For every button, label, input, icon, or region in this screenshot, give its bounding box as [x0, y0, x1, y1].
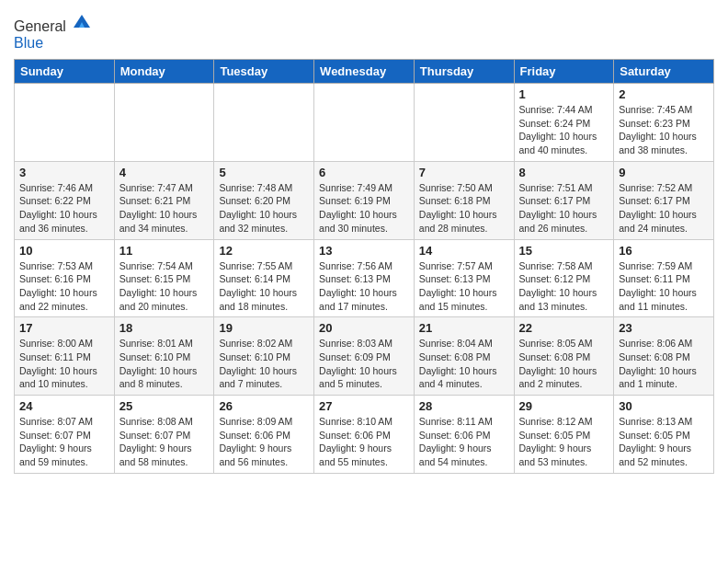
day-cell: 7Sunrise: 7:50 AMSunset: 6:18 PMDaylight…	[414, 161, 514, 239]
day-info: Sunrise: 8:07 AMSunset: 6:07 PMDaylight:…	[19, 415, 109, 469]
day-cell: 25Sunrise: 8:08 AMSunset: 6:07 PMDayligh…	[114, 396, 214, 474]
weekday-monday: Monday	[114, 60, 214, 84]
day-info: Sunrise: 8:09 AMSunset: 6:06 PMDaylight:…	[219, 415, 309, 469]
weekday-friday: Friday	[514, 60, 614, 84]
day-number: 28	[419, 399, 509, 413]
week-row-2: 3Sunrise: 7:46 AMSunset: 6:22 PMDaylight…	[15, 161, 714, 239]
day-info: Sunrise: 8:10 AMSunset: 6:06 PMDaylight:…	[319, 415, 409, 469]
day-info: Sunrise: 7:47 AMSunset: 6:21 PMDaylight:…	[119, 181, 210, 236]
day-number: 14	[419, 244, 509, 258]
day-cell: 1Sunrise: 7:44 AMSunset: 6:24 PMDaylight…	[514, 84, 614, 162]
logo-icon	[72, 11, 92, 31]
logo-blue-text: Blue	[14, 35, 43, 51]
day-info: Sunrise: 8:00 AMSunset: 6:11 PMDaylight:…	[19, 337, 109, 391]
day-cell: 30Sunrise: 8:13 AMSunset: 6:05 PMDayligh…	[614, 396, 714, 474]
weekday-thursday: Thursday	[414, 60, 514, 84]
day-cell: 19Sunrise: 8:02 AMSunset: 6:10 PMDayligh…	[214, 317, 314, 396]
day-number: 9	[619, 166, 709, 179]
day-cell: 23Sunrise: 8:06 AMSunset: 6:08 PMDayligh…	[614, 317, 714, 396]
day-info: Sunrise: 7:54 AMSunset: 6:15 PMDaylight:…	[119, 259, 210, 314]
week-row-3: 10Sunrise: 7:53 AMSunset: 6:16 PMDayligh…	[15, 239, 714, 317]
day-cell: 10Sunrise: 7:53 AMSunset: 6:16 PMDayligh…	[15, 239, 115, 317]
day-info: Sunrise: 7:51 AMSunset: 6:17 PMDaylight:…	[519, 181, 609, 236]
day-info: Sunrise: 8:13 AMSunset: 6:05 PMDaylight:…	[619, 415, 709, 469]
day-cell	[15, 84, 115, 162]
day-number: 10	[19, 244, 109, 258]
week-row-1: 1Sunrise: 7:44 AMSunset: 6:24 PMDaylight…	[15, 84, 714, 162]
day-number: 25	[119, 399, 210, 413]
logo-general-text: General	[14, 18, 66, 34]
day-cell: 3Sunrise: 7:46 AMSunset: 6:22 PMDaylight…	[15, 161, 115, 239]
day-cell: 5Sunrise: 7:48 AMSunset: 6:20 PMDaylight…	[214, 161, 314, 239]
day-number: 11	[119, 244, 210, 258]
day-cell: 17Sunrise: 8:00 AMSunset: 6:11 PMDayligh…	[15, 317, 115, 396]
day-number: 30	[619, 399, 709, 413]
day-info: Sunrise: 7:55 AMSunset: 6:14 PMDaylight:…	[219, 259, 309, 314]
calendar-table: SundayMondayTuesdayWednesdayThursdayFrid…	[14, 59, 714, 474]
day-cell: 20Sunrise: 8:03 AMSunset: 6:09 PMDayligh…	[314, 317, 415, 396]
day-cell: 21Sunrise: 8:04 AMSunset: 6:08 PMDayligh…	[414, 317, 514, 396]
day-info: Sunrise: 7:45 AMSunset: 6:23 PMDaylight:…	[619, 103, 709, 157]
day-number: 17	[19, 321, 109, 335]
day-number: 19	[219, 321, 309, 335]
day-number: 21	[419, 321, 509, 335]
day-number: 18	[119, 321, 210, 335]
day-number: 26	[219, 399, 309, 413]
logo: General Blue	[14, 13, 92, 52]
day-info: Sunrise: 7:50 AMSunset: 6:18 PMDaylight:…	[419, 181, 509, 236]
day-number: 15	[519, 244, 609, 258]
day-number: 12	[219, 244, 309, 258]
day-cell	[214, 84, 314, 162]
day-number: 3	[19, 166, 109, 179]
day-number: 7	[419, 166, 509, 179]
day-number: 13	[319, 244, 409, 258]
day-cell: 13Sunrise: 7:56 AMSunset: 6:13 PMDayligh…	[314, 239, 415, 317]
day-cell: 12Sunrise: 7:55 AMSunset: 6:14 PMDayligh…	[214, 239, 314, 317]
day-number: 24	[19, 399, 109, 413]
day-number: 6	[319, 166, 409, 179]
day-cell: 24Sunrise: 8:07 AMSunset: 6:07 PMDayligh…	[15, 396, 115, 474]
day-info: Sunrise: 8:11 AMSunset: 6:06 PMDaylight:…	[419, 415, 509, 469]
day-info: Sunrise: 8:08 AMSunset: 6:07 PMDaylight:…	[119, 415, 210, 469]
day-cell: 29Sunrise: 8:12 AMSunset: 6:05 PMDayligh…	[514, 396, 614, 474]
weekday-header-row: SundayMondayTuesdayWednesdayThursdayFrid…	[15, 60, 714, 84]
day-cell: 11Sunrise: 7:54 AMSunset: 6:15 PMDayligh…	[114, 239, 214, 317]
day-info: Sunrise: 7:49 AMSunset: 6:19 PMDaylight:…	[319, 181, 409, 236]
day-number: 5	[219, 166, 309, 179]
day-cell: 2Sunrise: 7:45 AMSunset: 6:23 PMDaylight…	[614, 84, 714, 162]
day-info: Sunrise: 8:12 AMSunset: 6:05 PMDaylight:…	[519, 415, 609, 469]
day-info: Sunrise: 8:04 AMSunset: 6:08 PMDaylight:…	[419, 337, 509, 391]
day-cell: 15Sunrise: 7:58 AMSunset: 6:12 PMDayligh…	[514, 239, 614, 317]
weekday-wednesday: Wednesday	[314, 60, 415, 84]
weekday-saturday: Saturday	[614, 60, 714, 84]
day-number: 2	[619, 87, 709, 101]
day-info: Sunrise: 8:05 AMSunset: 6:08 PMDaylight:…	[519, 337, 609, 391]
day-cell: 14Sunrise: 7:57 AMSunset: 6:13 PMDayligh…	[414, 239, 514, 317]
day-number: 4	[119, 166, 210, 179]
day-cell: 16Sunrise: 7:59 AMSunset: 6:11 PMDayligh…	[614, 239, 714, 317]
day-info: Sunrise: 8:02 AMSunset: 6:10 PMDaylight:…	[219, 337, 309, 391]
weekday-sunday: Sunday	[15, 60, 115, 84]
day-cell	[314, 84, 415, 162]
week-row-5: 24Sunrise: 8:07 AMSunset: 6:07 PMDayligh…	[15, 396, 714, 474]
day-number: 29	[519, 399, 609, 413]
day-cell: 9Sunrise: 7:52 AMSunset: 6:17 PMDaylight…	[614, 161, 714, 239]
day-cell: 28Sunrise: 8:11 AMSunset: 6:06 PMDayligh…	[414, 396, 514, 474]
day-number: 27	[319, 399, 409, 413]
day-info: Sunrise: 7:57 AMSunset: 6:13 PMDaylight:…	[419, 259, 509, 314]
day-info: Sunrise: 7:44 AMSunset: 6:24 PMDaylight:…	[519, 103, 609, 157]
day-number: 20	[319, 321, 409, 335]
day-cell	[414, 84, 514, 162]
day-info: Sunrise: 7:56 AMSunset: 6:13 PMDaylight:…	[319, 259, 409, 314]
day-info: Sunrise: 8:06 AMSunset: 6:08 PMDaylight:…	[619, 337, 709, 391]
day-info: Sunrise: 7:52 AMSunset: 6:17 PMDaylight:…	[619, 181, 709, 236]
day-number: 8	[519, 166, 609, 179]
day-info: Sunrise: 7:48 AMSunset: 6:20 PMDaylight:…	[219, 181, 309, 236]
day-cell: 26Sunrise: 8:09 AMSunset: 6:06 PMDayligh…	[214, 396, 314, 474]
page: General Blue SundayMondayTuesdayWednesda…	[0, 0, 728, 488]
day-cell: 22Sunrise: 8:05 AMSunset: 6:08 PMDayligh…	[514, 317, 614, 396]
logo-area: General Blue	[14, 9, 92, 52]
day-info: Sunrise: 7:53 AMSunset: 6:16 PMDaylight:…	[19, 259, 109, 314]
day-cell: 4Sunrise: 7:47 AMSunset: 6:21 PMDaylight…	[114, 161, 214, 239]
day-number: 16	[619, 244, 709, 258]
